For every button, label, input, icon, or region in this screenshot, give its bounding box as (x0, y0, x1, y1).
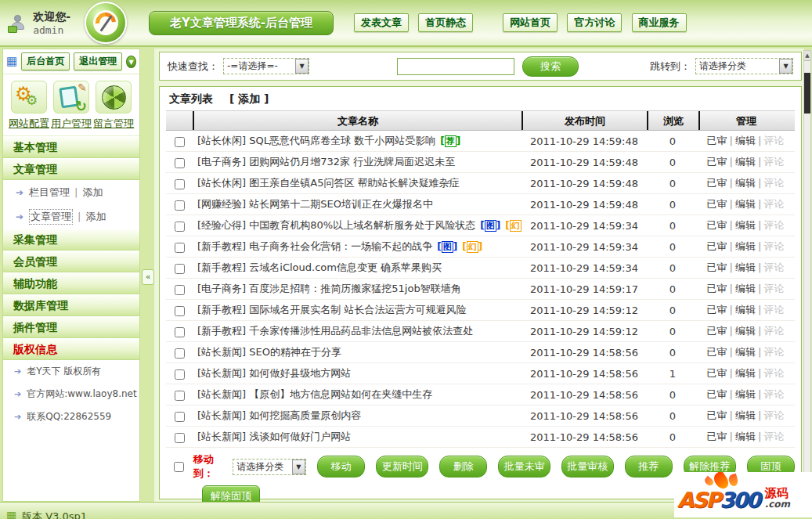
article-title[interactable]: [站长新闻] 浅谈如何做好门户网站 (197, 431, 351, 442)
edit-link[interactable]: 编辑 (735, 177, 756, 189)
article-title[interactable]: [站长新闻] SEO的精神在于分享 (197, 346, 341, 358)
approved-link[interactable]: 已审 (707, 198, 727, 210)
backend-home-button[interactable]: 后台首页 (21, 52, 70, 70)
jump-category-select[interactable]: 请选择分类 ▼ (695, 58, 793, 74)
select-arrow-icon[interactable]: ▼ (295, 59, 309, 74)
row-checkbox[interactable] (175, 327, 185, 337)
shortcut-site-config[interactable]: ⚙⚙ 网站配置 (8, 81, 50, 131)
nav-publish-article[interactable]: 发表文章 (354, 13, 409, 32)
row-checkbox[interactable] (175, 158, 185, 168)
article-title[interactable]: [电子商务] 团购网站仍月增732家 行业洗牌局面迟迟未至 (197, 156, 455, 168)
approved-link[interactable]: 已审 (707, 388, 727, 400)
row-checkbox[interactable] (175, 243, 185, 253)
logout-button[interactable]: 退出管理 (74, 52, 122, 70)
sidebar-collapse-button[interactable]: « (142, 269, 154, 285)
scroll-up-icon[interactable]: ▲ (804, 51, 810, 61)
row-checkbox[interactable] (175, 433, 185, 443)
row-checkbox[interactable] (175, 222, 185, 232)
edit-link[interactable]: 编辑 (735, 325, 756, 337)
shortcut-message-management[interactable]: 留言管理 (92, 81, 135, 131)
approved-link[interactable]: 已审 (707, 261, 727, 273)
edit-link[interactable]: 编辑 (735, 283, 756, 294)
article-title[interactable]: [站长休闲] SQL恶意代码席卷全球 数千小网站受影响 (197, 135, 435, 146)
edit-link[interactable]: 编辑 (735, 431, 756, 442)
row-checkbox[interactable] (175, 179, 185, 189)
article-title[interactable]: [站长新闻] 【原创】地方信息网站如何在夹缝中生存 (197, 388, 432, 400)
select-arrow-icon[interactable]: ▼ (292, 460, 305, 474)
approved-link[interactable]: 已审 (707, 325, 727, 337)
batch-unapprove-button[interactable]: 批量未审 (498, 456, 550, 478)
edit-link[interactable]: 编辑 (735, 409, 756, 421)
collapse-down-icon[interactable]: ▼ (126, 56, 136, 68)
sidebar-section-auxiliary[interactable]: 辅助功能 (3, 272, 139, 294)
copyright-website-link[interactable]: ➔ 官方网站:www.laoy8.net (3, 383, 139, 405)
scrollbar-thumb[interactable] (804, 73, 810, 114)
sidebar-section-plugin[interactable]: 插件管理 (3, 316, 139, 338)
move-button[interactable]: 移动 (317, 456, 365, 478)
article-title[interactable]: [新手教程] 云域名iCloud.com信息变更 确系苹果购买 (197, 261, 442, 273)
article-title[interactable]: [站长休闲] 图王亲自坐镇A5问答区 帮助站长解决疑难杂症 (197, 177, 460, 189)
nav-homepage-static[interactable]: 首页静态 (418, 13, 473, 32)
add-article-link[interactable]: [ 添加 ] (229, 92, 269, 105)
row-checkbox[interactable] (175, 391, 185, 401)
approved-link[interactable]: 已审 (707, 367, 727, 379)
article-add-link[interactable]: 添加 (85, 210, 106, 224)
select-all-checkbox[interactable] (174, 462, 184, 472)
column-add-link[interactable]: 添加 (82, 186, 103, 200)
row-checkbox[interactable] (175, 412, 185, 422)
approved-link[interactable]: 已审 (707, 135, 727, 146)
edit-link[interactable]: 编辑 (735, 240, 756, 252)
recommend-button[interactable]: 推荐 (625, 456, 673, 478)
move-category-select[interactable]: 请选择分类 ▼ (233, 459, 306, 475)
sidebar-item-article-management[interactable]: ➔ 文章管理 | 添加 (3, 204, 139, 229)
select-arrow-icon[interactable]: ▼ (779, 59, 792, 74)
sidebar-section-article[interactable]: 文章管理 (3, 158, 139, 180)
sidebar-section-member[interactable]: 会员管理 (3, 250, 139, 272)
approved-link[interactable]: 已审 (707, 156, 727, 168)
row-checkbox[interactable] (175, 285, 185, 295)
batch-approve-button[interactable]: 批量审核 (561, 456, 614, 478)
article-title[interactable]: [站长新闻] 如何挖掘高质量原创内容 (197, 409, 361, 421)
approved-link[interactable]: 已审 (707, 177, 727, 189)
update-time-button[interactable]: 更新时间 (376, 456, 428, 478)
edit-link[interactable]: 编辑 (735, 346, 756, 358)
article-title[interactable]: [站长新闻] 如何做好县级地方网站 (197, 367, 351, 379)
article-title[interactable]: [新手教程] 电子商务社会化营销：一场输不起的战争 (197, 240, 432, 252)
article-title[interactable]: [电子商务] 百度涉足招聘：推简历搬家猛挖51job智联墙角 (197, 283, 461, 294)
sidebar-section-collection[interactable]: 采集管理 (3, 229, 139, 250)
row-checkbox[interactable] (175, 306, 185, 316)
quick-find-select[interactable]: -=请选择=- ▼ (223, 58, 309, 74)
approved-link[interactable]: 已审 (707, 431, 727, 442)
sidebar-item-column-management[interactable]: ➔ 栏目管理 | 添加 (3, 180, 139, 204)
edit-link[interactable]: 编辑 (735, 261, 756, 273)
row-checkbox[interactable] (175, 200, 185, 211)
approved-link[interactable]: 已审 (707, 219, 727, 231)
row-checkbox[interactable] (175, 137, 185, 147)
edit-link[interactable]: 编辑 (735, 219, 756, 231)
nav-site-home[interactable]: 网站首页 (503, 13, 558, 32)
approved-link[interactable]: 已审 (707, 240, 727, 252)
sidebar-section-database[interactable]: 数据库管理 (3, 294, 139, 316)
edit-link[interactable]: 编辑 (735, 198, 756, 210)
row-checkbox[interactable] (175, 348, 185, 359)
delete-button[interactable]: 删除 (439, 456, 487, 478)
vertical-scrollbar[interactable]: ▲ (803, 50, 811, 501)
edit-link[interactable]: 编辑 (735, 304, 756, 315)
row-checkbox[interactable] (175, 264, 185, 274)
article-title[interactable]: [新手教程] 国际域名开展实名制 站长合法运营方可规避风险 (197, 304, 466, 315)
article-title[interactable]: [网赚经验] 站长网第十二期SEO培训正在火爆报名中 (197, 198, 433, 210)
search-button[interactable]: 搜索 (522, 56, 579, 77)
edit-link[interactable]: 编辑 (735, 388, 756, 400)
nav-business-services[interactable]: 商业服务 (632, 13, 687, 32)
sidebar-section-basic[interactable]: 基本管理 (3, 136, 139, 158)
edit-link[interactable]: 编辑 (735, 135, 756, 146)
edit-link[interactable]: 编辑 (735, 156, 756, 168)
shortcut-user-management[interactable]: ✎↻ 用户管理 (50, 81, 92, 131)
article-title[interactable]: [新手教程] 千余家传播涉性用品药品非法信息网站被依法查处 (197, 325, 473, 337)
edit-link[interactable]: 编辑 (735, 367, 756, 379)
search-input[interactable] (397, 58, 514, 75)
row-checkbox[interactable] (175, 369, 185, 380)
approved-link[interactable]: 已审 (707, 409, 727, 421)
approved-link[interactable]: 已审 (707, 304, 727, 315)
article-title[interactable]: [经验心得] 中国教育机构80%以上域名解析服务处于风险状态 (197, 219, 475, 231)
